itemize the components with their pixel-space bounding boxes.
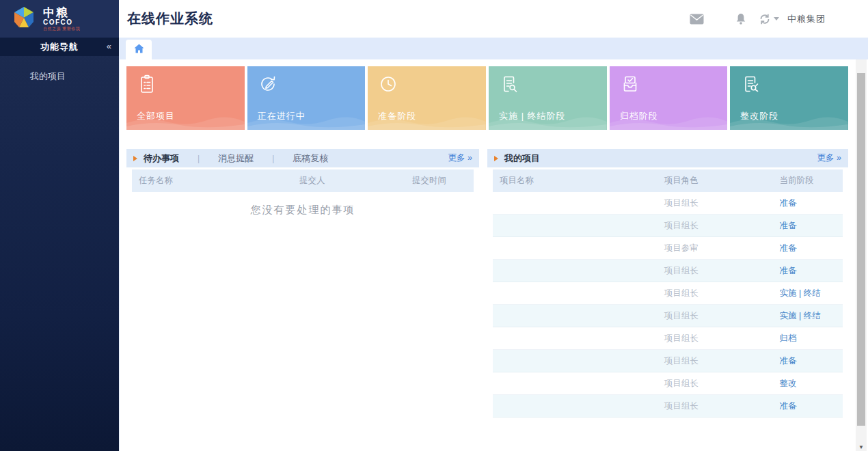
brand-name-en: COFCO: [43, 19, 80, 27]
projects-panel: 我的项目 更多 » 项目名称项目角色当前阶段 项目组长准备项目组长准备项目参审准…: [487, 149, 848, 418]
project-stage-cell: 准备: [773, 197, 843, 209]
project-stage-link[interactable]: 准备: [780, 401, 797, 411]
brand-tagline: 自然之源 重塑你我: [43, 27, 80, 31]
todo-panel-tab-2[interactable]: 底稿复核: [293, 152, 328, 165]
project-row: 项目组长整改: [493, 372, 843, 395]
top-bar: 在线作业系统: [119, 0, 868, 38]
main-content: 全部项目 正在进行中 准备阶段 实施 | 终结阶段 归档阶段 整改阶段: [119, 59, 868, 451]
project-stage-link[interactable]: 实施 | 终结: [780, 311, 821, 320]
projects-panel-title: 我的项目: [504, 152, 540, 165]
column-header: 提交时间: [405, 175, 474, 187]
refresh-icon[interactable]: [759, 13, 771, 25]
project-row: 项目组长准备: [493, 350, 843, 372]
project-row: 项目参审准备: [493, 237, 843, 260]
project-role-cell: 项目组长: [657, 310, 773, 322]
project-row: 项目组长归档: [493, 327, 843, 350]
todo-panel-header: 待办事项|消息提醒|底稿复核 更多 »: [126, 149, 479, 167]
project-stage-cell: 实施 | 终结: [773, 288, 843, 299]
brand-logo-area: 中粮 COFCO 自然之源 重塑你我: [0, 0, 119, 38]
projects-table-body: 项目组长准备项目组长准备项目参审准备项目组长准备项目组长实施 | 终结项目组长实…: [493, 192, 843, 418]
todo-panel: 待办事项|消息提醒|底稿复核 更多 » 任务名称提交人提交时间 您没有要处理的事…: [126, 149, 479, 443]
project-stage-link[interactable]: 准备: [780, 243, 797, 253]
todo-panel-tab-0[interactable]: 待办事项: [144, 152, 179, 165]
brand-name-cn: 中粮: [43, 7, 80, 19]
stage-card[interactable]: 准备阶段: [368, 66, 486, 130]
project-stage-link[interactable]: 准备: [780, 198, 797, 208]
project-stage-cell: 归档: [773, 333, 843, 344]
project-role-cell: 项目组长: [657, 378, 773, 390]
clipboard-icon: [137, 74, 157, 97]
doc-search-icon: [499, 74, 519, 97]
column-header: 任务名称: [132, 175, 293, 187]
project-row: 项目组长准备: [493, 260, 843, 282]
stage-card[interactable]: 实施 | 终结阶段: [489, 66, 607, 130]
stage-card[interactable]: 正在进行中: [247, 66, 366, 130]
projects-more-link[interactable]: 更多 »: [817, 152, 841, 164]
project-role-cell: 项目参审: [657, 243, 773, 254]
project-stage-link[interactable]: 实施 | 终结: [780, 288, 821, 298]
todo-panel-tab-1[interactable]: 消息提醒: [218, 152, 254, 165]
todo-panel-tabs: 待办事项|消息提醒|底稿复核: [144, 152, 328, 165]
mail-icon[interactable]: [690, 14, 704, 25]
caret-down-icon[interactable]: [774, 17, 779, 20]
bell-icon[interactable]: [735, 13, 746, 25]
project-row: 项目组长准备: [493, 215, 843, 237]
project-stage-cell: 准备: [773, 355, 843, 367]
doc-wrench-icon: [740, 74, 761, 97]
project-stage-link[interactable]: 归档: [780, 333, 797, 343]
project-stage-cell: 整改: [773, 378, 843, 390]
stage-card[interactable]: 整改阶段: [730, 66, 848, 130]
tab-separator: |: [198, 154, 200, 163]
archive-check-icon: [620, 74, 640, 97]
projects-panel-header: 我的项目 更多 »: [487, 149, 848, 167]
project-stage-cell: 准备: [773, 220, 843, 232]
project-role-cell: 项目组长: [657, 333, 773, 344]
projects-table-header: 项目名称项目角色当前阶段: [493, 169, 843, 192]
tab-separator: |: [272, 154, 274, 163]
panel-marker-icon: [133, 156, 137, 161]
vertical-scrollbar[interactable]: ▼: [856, 59, 867, 451]
sidebar-item-my-projects[interactable]: 我的项目: [0, 67, 119, 86]
scrollbar-thumb[interactable]: [857, 73, 865, 426]
nav-title: 功能导航: [40, 41, 79, 53]
brand-text: 中粮 COFCO 自然之源 重塑你我: [43, 7, 80, 31]
project-stage-link[interactable]: 准备: [780, 356, 797, 366]
todo-table-header: 任务名称提交人提交时间: [132, 169, 474, 192]
topbar-actions: 中粮集团: [690, 0, 826, 38]
project-row: 项目组长实施 | 终结: [493, 282, 843, 305]
column-header: 当前阶段: [773, 175, 843, 187]
scroll-down-icon[interactable]: ▼: [856, 444, 867, 450]
user-name[interactable]: 中粮集团: [787, 13, 826, 25]
todo-more-link[interactable]: 更多 »: [448, 152, 472, 164]
project-row: 项目组长准备: [493, 192, 843, 215]
project-role-cell: 项目组长: [657, 355, 773, 367]
clock-icon: [378, 74, 398, 97]
project-role-cell: 项目组长: [657, 400, 773, 412]
empty-message: 您没有要处理的事项: [126, 204, 479, 217]
project-stage-cell: 准备: [773, 243, 843, 254]
stage-card[interactable]: 归档阶段: [610, 66, 728, 130]
home-icon: [134, 44, 144, 56]
project-stage-cell: 准备: [773, 400, 843, 412]
column-header: 项目角色: [657, 175, 773, 187]
project-role-cell: 项目组长: [657, 197, 773, 209]
panel-marker-icon: [494, 156, 498, 161]
project-stage-link[interactable]: 整改: [780, 379, 797, 388]
project-stage-link[interactable]: 准备: [780, 221, 797, 230]
project-row: 项目组长准备: [493, 395, 843, 418]
project-role-cell: 项目组长: [657, 265, 773, 277]
project-role-cell: 项目组长: [657, 288, 773, 299]
tab-home[interactable]: [126, 40, 152, 59]
project-stage-cell: 准备: [773, 265, 843, 277]
stage-cards: 全部项目 正在进行中 准备阶段 实施 | 终结阶段 归档阶段 整改阶段: [126, 66, 848, 130]
column-header: 提交人: [293, 175, 405, 187]
project-row: 项目组长实施 | 终结: [493, 305, 843, 327]
stage-card[interactable]: 全部项目: [126, 66, 245, 130]
cofco-logo-icon: [11, 5, 37, 33]
column-header: 项目名称: [493, 175, 657, 187]
project-role-cell: 项目组长: [657, 220, 773, 232]
sidebar: 中粮 COFCO 自然之源 重塑你我 功能导航 « 我的项目: [0, 0, 119, 451]
collapse-sidebar-icon[interactable]: «: [107, 38, 112, 56]
project-stage-cell: 实施 | 终结: [773, 310, 843, 322]
project-stage-link[interactable]: 准备: [780, 266, 797, 275]
